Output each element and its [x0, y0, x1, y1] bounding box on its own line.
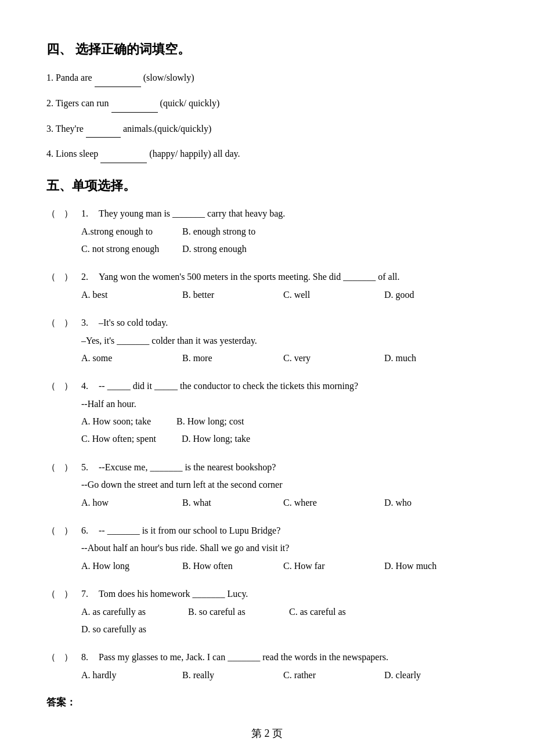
mcq-1-optC: C. not strong enough	[81, 240, 163, 258]
mcq-8-optC: C. rather	[283, 667, 370, 684]
mcq-1-optA: A.strong enough to	[81, 223, 163, 240]
mcq-3-optA: A. some	[81, 350, 168, 367]
mcq-8-optB: B. really	[182, 667, 269, 684]
q4-3-text: They're	[56, 124, 86, 134]
q4-3-num: 3.	[46, 124, 56, 134]
mcq-3-num: 3.	[81, 314, 99, 332]
mcq-5-bracket-close: ）	[64, 459, 81, 476]
answer-label: 答案：	[46, 697, 76, 708]
mcq-4-substem-text: --Half an hour.	[81, 395, 488, 413]
page-footer: 第 2 页	[46, 726, 488, 740]
mcq-3-optB: B. more	[182, 350, 269, 367]
mcq-1-num: 1.	[81, 205, 99, 222]
mcq-4-num: 4.	[81, 377, 99, 395]
mcq-2-optB: B. better	[182, 286, 269, 304]
mcq-2-options: A. best B. better C. well D. good	[81, 286, 488, 304]
mcq-4-options: A. How soon; take B. How long; cost C. H…	[81, 413, 488, 448]
mcq-7-bracket-close: ）	[64, 585, 81, 603]
q4-2-num: 2.	[46, 98, 56, 108]
mcq-4-optB: B. How long; cost	[176, 416, 244, 426]
q4-1-hint: (slow/slowly)	[143, 73, 194, 82]
mcq-6-stem: -- _______ is it from our school to Lupu…	[99, 522, 488, 539]
mcq-2-stem: Yang won the women's 500 meters in the s…	[99, 268, 488, 286]
mcq-5-substem-text: --Go down the street and turn left at th…	[81, 476, 488, 494]
mcq-1-stem: They young man is _______ carry that hea…	[99, 205, 488, 222]
q4-1-blank	[95, 70, 141, 87]
mcq-4-optA: A. How soon; take	[81, 416, 151, 426]
mcq-4-substem: --Half an hour.	[81, 395, 488, 413]
mcq-1-optB: B. enough strong to	[182, 223, 264, 240]
q4-1: 1. Panda are (slow/slowly)	[46, 70, 488, 87]
q4-1-text: Panda are	[56, 73, 95, 82]
section5-title: 五、单项选择。	[46, 177, 488, 195]
mcq-5-substem: --Go down the street and turn left at th…	[81, 476, 488, 494]
answer-section: 答案：	[46, 696, 488, 709]
mcq-6-num: 6.	[81, 522, 99, 539]
mcq-2: （ ） 2. Yang won the women's 500 meters i…	[46, 268, 488, 304]
mcq-1-options: A.strong enough to B. enough strong to C…	[81, 223, 488, 258]
q4-3-blank	[86, 121, 121, 138]
mcq-7: （ ） 7. Tom does his homework _______ Luc…	[46, 585, 488, 638]
mcq-6-optA: A. How long	[81, 557, 168, 575]
mcq-7-optB: B. so careful as	[188, 603, 275, 621]
mcq-1-bracket-close: ）	[64, 205, 81, 222]
mcq-1: （ ） 1. They young man is _______ carry t…	[46, 205, 488, 258]
mcq-1-optD: D. strong enough	[182, 240, 264, 258]
mcq-5-options: A. how B. what C. where D. who	[81, 494, 488, 512]
mcq-6-substem-text: --About half an hour's bus ride. Shall w…	[81, 539, 488, 557]
mcq-7-options: A. as carefully as B. so careful as C. a…	[81, 603, 488, 639]
q4-3-hint: animals.(quick/quickly)	[123, 124, 211, 134]
mcq-4-optD: D. How long; take	[182, 434, 250, 444]
mcq-3-bracket: （	[46, 314, 64, 332]
mcq-8-bracket-close: ）	[64, 649, 81, 666]
mcq-1-bracket: （	[46, 205, 64, 222]
mcq-5: （ ） 5. --Excuse me, _______ is the neare…	[46, 459, 488, 512]
mcq-3-optD: D. much	[384, 350, 471, 367]
mcq-3-stem: –It's so cold today.	[99, 314, 488, 332]
mcq-5-optD: D. who	[384, 494, 471, 512]
mcq-7-stem: Tom does his homework _______ Lucy.	[99, 585, 488, 603]
mcq-3-optC: C. very	[283, 350, 370, 367]
mcq-5-bracket: （	[46, 459, 64, 476]
mcq-6: （ ） 6. -- _______ is it from our school …	[46, 522, 488, 575]
q4-4: 4. Lions sleep (happy/ happily) all day.	[46, 146, 488, 163]
mcq-1-options-row1: A.strong enough to B. enough strong to	[81, 223, 488, 240]
mcq-2-optA: A. best	[81, 286, 168, 304]
q4-4-hint: (happy/ happily) all day.	[149, 149, 240, 159]
mcq-4-optC: C. How often; spent	[81, 434, 156, 444]
mcq-3-substem-text: –Yes, it's _______ colder than it was ye…	[81, 332, 488, 350]
q4-2-blank	[111, 95, 158, 113]
mcq-7-bracket: （	[46, 585, 64, 603]
mcq-8-stem: Pass my glasses to me, Jack. I can _____…	[99, 649, 488, 666]
q4-2-hint: (quick/ quickly)	[160, 98, 220, 108]
mcq-5-optC: C. where	[283, 494, 370, 512]
mcq-4-bracket: （	[46, 377, 64, 395]
mcq-4-options-row1: A. How soon; take B. How long; cost	[81, 413, 488, 430]
mcq-5-optA: A. how	[81, 494, 168, 512]
q4-2: 2. Tigers can run (quick/ quickly)	[46, 95, 488, 113]
mcq-3: （ ） 3. –It's so cold today. –Yes, it's _…	[46, 314, 488, 367]
mcq-8-options: A. hardly B. really C. rather D. clearly	[81, 667, 488, 684]
mcq-2-optD: D. good	[384, 286, 471, 304]
mcq-8-num: 8.	[81, 649, 99, 666]
mcq-6-optD: D. How much	[384, 557, 471, 575]
mcq-3-substem: –Yes, it's _______ colder than it was ye…	[81, 332, 488, 350]
mcq-6-options: A. How long B. How often C. How far D. H…	[81, 557, 488, 575]
q4-4-blank	[100, 146, 147, 163]
q4-4-text: Lions sleep	[56, 149, 100, 159]
mcq-6-bracket-close: ）	[64, 522, 81, 539]
mcq-8-bracket: （	[46, 649, 64, 666]
mcq-2-bracket: （	[46, 268, 64, 286]
mcq-8-optA: A. hardly	[81, 667, 168, 684]
q4-2-text: Tigers can run	[56, 98, 111, 108]
q4-4-num: 4.	[46, 149, 56, 159]
mcq-4-options-row2: C. How often; spent D. How long; take	[81, 430, 488, 448]
mcq-5-num: 5.	[81, 459, 99, 476]
mcq-3-bracket-close: ）	[64, 314, 81, 332]
mcq-5-optB: B. what	[182, 494, 269, 512]
mcq-7-optC: C. as careful as	[289, 603, 376, 621]
mcq-4: （ ） 4. -- _____ did it _____ the conduct…	[46, 377, 488, 448]
mcq-7-optA: A. as carefully as	[81, 603, 174, 621]
q4-3: 3. They're animals.(quick/quickly)	[46, 121, 488, 138]
mcq-3-options: A. some B. more C. very D. much	[81, 350, 488, 367]
